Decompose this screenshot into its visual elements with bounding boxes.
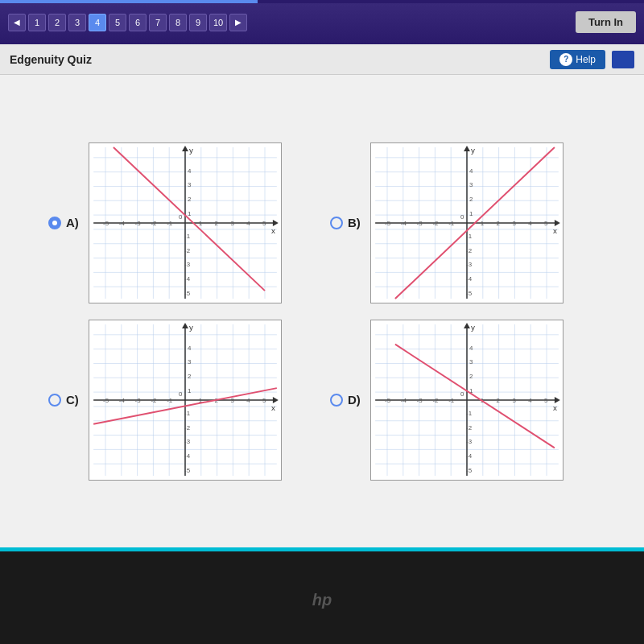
page-10-button[interactable]: 10 <box>209 14 227 31</box>
svg-marker-23 <box>182 145 188 151</box>
svg-text:5: 5 <box>544 396 548 403</box>
option-a-svg: y x 0 -1 -2 -3 -4 -5 1 2 3 4 5 4 3 2 <box>89 143 281 303</box>
svg-text:-4: -4 <box>401 396 407 403</box>
svg-text:3: 3 <box>188 181 192 188</box>
svg-text:3: 3 <box>512 396 516 403</box>
svg-text:4: 4 <box>246 219 250 226</box>
option-c-graph[interactable]: y x 0 -1 -2 -3 -4 -5 1 2 3 4 5 4 3 2 1 <box>89 320 282 481</box>
option-b-graph[interactable]: y x 0 -1 -2 -3 -4 -5 1 2 3 4 5 4 3 2 1 <box>370 142 564 303</box>
svg-text:y: y <box>471 322 475 331</box>
svg-text:-5: -5 <box>103 396 109 403</box>
svg-text:2: 2 <box>497 219 500 226</box>
svg-text:0: 0 <box>179 390 183 398</box>
option-a-graph[interactable]: y x 0 -1 -2 -3 -4 -5 1 2 3 4 5 4 3 2 <box>89 142 282 303</box>
svg-text:2: 2 <box>188 373 191 380</box>
svg-text:-5: -5 <box>466 290 473 297</box>
svg-text:1: 1 <box>188 210 192 217</box>
svg-marker-72 <box>555 220 560 226</box>
svg-text:-4: -4 <box>119 219 126 226</box>
svg-text:-4: -4 <box>466 452 473 460</box>
quiz-header-bar: Edgenuity Quiz ? Help <box>0 44 644 75</box>
svg-text:5: 5 <box>544 219 548 226</box>
option-a-label: A) <box>48 216 80 229</box>
svg-text:4: 4 <box>188 344 192 351</box>
svg-text:-4: -4 <box>466 275 473 283</box>
option-a-radio[interactable] <box>48 217 61 229</box>
page-8-button[interactable]: 8 <box>169 14 187 31</box>
page-6-button[interactable]: 6 <box>129 14 147 31</box>
svg-marker-167 <box>464 322 470 328</box>
svg-text:-3: -3 <box>184 438 191 445</box>
option-b-svg: y x 0 -1 -2 -3 -4 -5 1 2 3 4 5 4 3 2 1 <box>371 143 563 303</box>
svg-text:0: 0 <box>179 213 183 221</box>
option-d-label: D) <box>330 393 362 407</box>
svg-text:-2: -2 <box>432 219 438 226</box>
answer-options-grid: A) <box>48 142 596 481</box>
svg-text:-1: -1 <box>184 409 191 416</box>
page-4-button[interactable]: 4 <box>89 14 106 31</box>
page-2-button[interactable]: 2 <box>48 14 66 31</box>
svg-text:x: x <box>271 402 275 411</box>
svg-text:3: 3 <box>512 219 516 226</box>
option-a: A) <box>48 142 314 303</box>
svg-text:-3: -3 <box>466 438 473 445</box>
svg-text:-1: -1 <box>466 232 473 239</box>
svg-text:4: 4 <box>528 396 532 403</box>
page-1-button[interactable]: 1 <box>28 14 46 31</box>
svg-text:-5: -5 <box>184 290 191 297</box>
svg-text:4: 4 <box>246 396 250 403</box>
svg-text:-2: -2 <box>184 246 190 254</box>
svg-text:-3: -3 <box>184 261 191 268</box>
next-page-button[interactable]: ▶ <box>229 14 247 31</box>
svg-text:-1: -1 <box>448 219 455 226</box>
svg-text:-2: -2 <box>184 423 190 431</box>
svg-text:2: 2 <box>188 196 191 203</box>
hp-logo: hp <box>312 591 332 609</box>
svg-text:3: 3 <box>469 181 473 188</box>
svg-text:x: x <box>271 225 275 234</box>
svg-text:-5: -5 <box>103 219 109 226</box>
svg-text:2: 2 <box>497 396 500 403</box>
option-b-radio[interactable] <box>330 217 343 229</box>
svg-text:-3: -3 <box>466 261 473 268</box>
option-d: D) <box>330 320 596 481</box>
svg-text:-2: -2 <box>151 219 156 226</box>
page-3-button[interactable]: 3 <box>68 14 86 31</box>
svg-text:x: x <box>553 402 557 411</box>
svg-text:1: 1 <box>469 210 473 217</box>
svg-text:1: 1 <box>481 219 485 226</box>
svg-text:3: 3 <box>188 358 192 365</box>
svg-text:-3: -3 <box>417 396 423 403</box>
prev-page-button[interactable]: ◀ <box>8 14 26 31</box>
svg-text:y: y <box>471 145 475 154</box>
option-d-svg: y x 0 -1 -2 -3 -4 -5 1 2 3 4 5 4 3 2 1 <box>371 320 563 480</box>
svg-text:1: 1 <box>188 387 192 394</box>
svg-text:-4: -4 <box>184 275 191 283</box>
option-d-radio[interactable] <box>330 394 343 407</box>
svg-text:-2: -2 <box>466 246 472 254</box>
svg-text:-3: -3 <box>135 396 142 403</box>
svg-text:4: 4 <box>528 219 532 226</box>
svg-text:4: 4 <box>469 344 473 351</box>
help-icon: ? <box>559 53 572 66</box>
svg-marker-71 <box>464 145 470 151</box>
page-9-button[interactable]: 9 <box>189 14 207 31</box>
option-c: C) <box>48 320 314 481</box>
svg-text:-2: -2 <box>466 423 472 431</box>
svg-text:2: 2 <box>469 196 473 203</box>
svg-text:4: 4 <box>188 167 192 174</box>
help-label: Help <box>576 54 596 65</box>
page-5-button[interactable]: 5 <box>109 14 126 31</box>
svg-text:x: x <box>553 225 557 234</box>
option-d-graph[interactable]: y x 0 -1 -2 -3 -4 -5 1 2 3 4 5 4 3 2 1 <box>370 320 564 481</box>
svg-text:-2: -2 <box>432 396 438 403</box>
page-7-button[interactable]: 7 <box>149 14 167 31</box>
svg-text:3: 3 <box>230 396 234 403</box>
extra-button[interactable] <box>612 51 634 68</box>
help-button[interactable]: ? Help <box>550 50 605 69</box>
option-c-label: C) <box>48 393 80 407</box>
svg-marker-168 <box>555 397 560 403</box>
svg-text:-4: -4 <box>401 219 407 226</box>
option-c-radio[interactable] <box>48 394 61 407</box>
turn-in-button[interactable]: Turn In <box>576 11 636 33</box>
